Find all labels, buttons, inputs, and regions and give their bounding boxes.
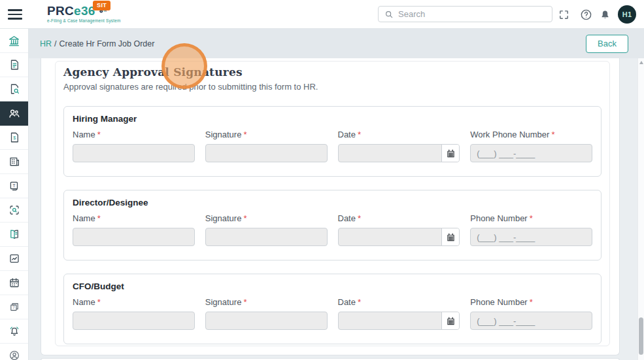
sidebar-item-help-pages[interactable]: ?	[0, 295, 28, 319]
date-input[interactable]	[339, 312, 442, 329]
sidebar-item-documents[interactable]	[0, 53, 28, 77]
required-marker: *	[243, 297, 246, 307]
signature-card-cfo-budget: CFO/Budget Name* Signature* Date*	[63, 274, 602, 344]
signatures-section: Agency Approval Signatures Approval sign…	[55, 61, 610, 346]
sidebar-item-file-search[interactable]	[0, 77, 28, 101]
record-search-icon	[8, 204, 20, 216]
search-input[interactable]	[398, 9, 546, 19]
alerts-icon	[8, 325, 20, 337]
signature-input[interactable]	[205, 228, 328, 246]
app-window: PRCe36 e-Filing & Case Management System…	[0, 0, 644, 360]
help-icon[interactable]	[579, 8, 592, 21]
calendar-icon	[447, 233, 455, 242]
sidebar-item-alerts[interactable]	[0, 319, 28, 344]
notifications-bell-icon[interactable]	[598, 8, 611, 21]
employees-icon	[8, 107, 20, 120]
required-marker: *	[243, 213, 246, 223]
document-icon	[8, 59, 20, 71]
ledger-icon	[8, 228, 20, 240]
name-field-group: Name*	[73, 213, 195, 246]
breadcrumb-section-link[interactable]: HR	[40, 39, 52, 48]
signature-input[interactable]	[205, 312, 328, 330]
name-input[interactable]	[73, 144, 195, 162]
form-panel: Agency Approval Signatures Approval sign…	[41, 58, 620, 355]
date-field-group: Date*	[338, 297, 460, 330]
fullscreen-icon[interactable]	[557, 8, 570, 21]
required-marker: *	[530, 297, 533, 307]
menu-icon[interactable]	[7, 8, 23, 21]
file-search-icon	[8, 83, 20, 95]
date-input[interactable]	[339, 228, 442, 245]
logo-tagline: e-Filing & Case Management System	[47, 19, 120, 23]
signature-field-group: Signature*	[205, 213, 328, 246]
phone-input[interactable]	[470, 312, 592, 330]
section-subtitle: Approval signatures are required prior t…	[63, 82, 602, 92]
top-bar: PRCe36 e-Filing & Case Management System…	[0, 0, 644, 29]
institution-icon	[8, 35, 20, 47]
date-field-group: Date*	[338, 213, 460, 246]
field-label: Phone Number*	[470, 213, 592, 223]
field-label: Date*	[338, 297, 460, 307]
required-marker: *	[551, 130, 554, 139]
sidebar-item-ledger[interactable]	[0, 223, 28, 247]
breadcrumb-page: Create Hr Form Job Order	[59, 39, 155, 48]
sidebar-item-templates[interactable]: T	[0, 174, 28, 198]
user-avatar[interactable]: H1	[618, 5, 636, 24]
logo-text-suffix: e36	[74, 4, 95, 18]
vertical-scrollbar[interactable]	[637, 58, 644, 360]
date-picker-button[interactable]	[441, 312, 459, 329]
sidebar-item-invoices[interactable]: $	[0, 126, 28, 150]
global-search[interactable]	[378, 6, 552, 22]
signature-input[interactable]	[205, 144, 328, 162]
required-marker: *	[358, 213, 361, 223]
name-input[interactable]	[73, 312, 195, 330]
field-label: Date*	[338, 130, 460, 139]
signature-card-hiring-manager: Hiring Manager Name* Signature* Date*	[63, 106, 602, 177]
organization-icon	[8, 156, 20, 168]
field-label: Date*	[338, 213, 460, 223]
support-icon	[8, 350, 20, 360]
sidebar-nav: $ T ?	[0, 29, 29, 360]
required-marker: *	[243, 130, 246, 139]
date-picker-button[interactable]	[441, 228, 459, 245]
breadcrumb-separator: /	[54, 39, 56, 48]
date-input[interactable]	[339, 145, 442, 162]
sidebar-item-institution[interactable]	[0, 29, 28, 53]
name-input[interactable]	[73, 228, 195, 246]
sidebar-item-organization[interactable]	[0, 150, 28, 174]
field-label: Name*	[73, 130, 195, 139]
scrollbar-thumb[interactable]	[639, 317, 643, 355]
phone-input[interactable]	[470, 228, 592, 246]
main-content: Agency Approval Signatures Approval sign…	[29, 58, 644, 360]
sidebar-item-employees[interactable]	[0, 101, 28, 126]
required-marker: *	[358, 297, 361, 307]
breadcrumb: HR/Create Hr Form Job Order	[40, 39, 154, 48]
calendar-icon	[8, 277, 20, 289]
reports-icon	[8, 253, 20, 264]
required-marker: *	[530, 213, 533, 223]
breadcrumb-bar: HR/Create Hr Form Job Order Back	[29, 29, 644, 58]
field-label: Name*	[73, 213, 195, 223]
svg-text:T: T	[12, 183, 16, 189]
phone-input[interactable]	[470, 144, 592, 162]
sidebar-item-reports[interactable]	[0, 247, 28, 271]
date-field-group: Date*	[338, 130, 460, 162]
field-label: Work Phone Number*	[470, 130, 592, 139]
invoice-dollar-icon: $	[8, 132, 20, 143]
sidebar-item-calendar[interactable]	[0, 271, 28, 295]
date-picker-button[interactable]	[441, 145, 459, 162]
search-icon	[384, 10, 394, 19]
field-label: Signature*	[205, 297, 328, 307]
template-icon: T	[8, 180, 20, 192]
back-button[interactable]: Back	[586, 35, 628, 53]
environment-badge: SIT	[93, 1, 110, 10]
section-title: Agency Approval Signatures	[63, 65, 602, 79]
svg-text:?: ?	[12, 305, 15, 310]
card-title: Director/Designee	[73, 198, 592, 207]
required-marker: *	[97, 213, 101, 223]
sidebar-item-record-search[interactable]	[0, 198, 28, 223]
name-field-group: Name*	[73, 297, 195, 330]
signature-field-group: Signature*	[205, 130, 328, 162]
scrollbar-up-arrow[interactable]	[639, 61, 643, 64]
sidebar-item-support[interactable]	[0, 344, 28, 360]
